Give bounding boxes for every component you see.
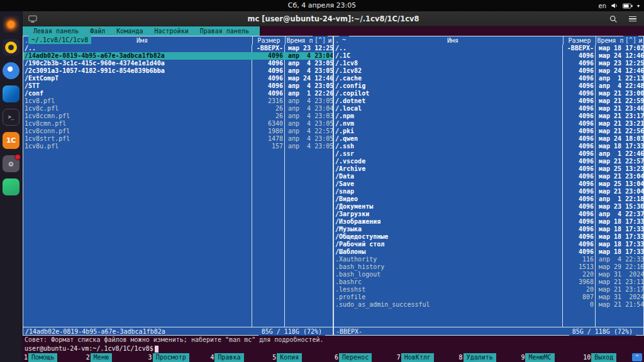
file-row[interactable]: /Изображения4096мар 18 17:33 [334, 218, 643, 226]
fkey-8[interactable]: 8Удалить [458, 353, 520, 362]
clock[interactable]: Сб, 4 апреля 23:05 [0, 0, 644, 11]
fkey-7[interactable]: 7НовКтлг [396, 353, 458, 362]
file-row[interactable]: /.1cv824096мар 24 12:46 [334, 67, 643, 75]
file-row[interactable]: .bash_history1513мар 29 22:16 [334, 263, 643, 271]
right-column-header-name[interactable]: Имя [343, 36, 563, 45]
dock-icon-1c-enterprise[interactable]: 1С [3, 132, 19, 149]
fkey-5[interactable]: 5Копия [271, 353, 333, 362]
file-size: 4096 [252, 67, 285, 75]
fkey-9[interactable]: 9МенюМС [519, 353, 582, 362]
left-panel-history-icon[interactable]: [^] [313, 36, 328, 44]
file-row[interactable]: 1cv8ccmn.pfl26апр 4 23:03 [23, 112, 333, 120]
file-row[interactable]: /Видео4096апр 1 22:18 [334, 195, 643, 203]
file-row[interactable]: /.config4096апр 4 22:48 [334, 82, 643, 90]
menu-item[interactable]: Файл [84, 26, 111, 36]
file-row[interactable]: 1cv8conn.pfl1980апр 4 22:57 [23, 128, 333, 135]
file-size: 3968 [563, 278, 596, 286]
file-row[interactable]: /Save4096мар 25 13:04 [334, 180, 643, 188]
file-row[interactable]: /ExtCompT4096мар 24 12:46 [23, 75, 333, 82]
file-row[interactable]: /.cache4096апр 1 22:13 [334, 75, 643, 82]
dock-icon-terminal[interactable]: >_ [3, 109, 19, 126]
right-panel-disk-usage: 85G / 118G (72%) [569, 327, 636, 336]
fkey-3[interactable]: 3Просмотр [147, 353, 209, 362]
file-row[interactable]: /Музыка4096мар 18 17:33 [334, 226, 643, 233]
file-time: мар 21 23:17 [596, 286, 643, 293]
file-row[interactable]: 1cv8.pfl2316апр 4 23:05 [23, 97, 333, 105]
file-name: 1cv8conn.pfl [23, 128, 252, 135]
file-row[interactable]: /.qwen4096мар 24 18:03 [334, 135, 643, 143]
file-row[interactable]: /.ssr4096апр 1 22:46 [334, 150, 643, 158]
menu-button[interactable] [627, 13, 638, 25]
file-row[interactable]: /.1cv84096мар 23 12:25 [334, 60, 643, 67]
file-time: мар 23 12:25 [285, 45, 333, 52]
terminal-headerbar[interactable]: mc [user@ubuntu-24-vm]:~/.1cv8/1C/1cv8 [23, 11, 644, 26]
menu-item[interactable]: Настройки [149, 26, 194, 36]
dock-icon-web-browser[interactable] [3, 62, 19, 79]
file-row[interactable]: /.npm4096мар 21 23:17 [334, 112, 643, 120]
file-row[interactable]: 1cv8u.pfl157апр 4 23:05 [23, 143, 333, 150]
file-row[interactable]: /.ssh4096мар 18 17:33 [334, 143, 643, 150]
file-row[interactable]: /..-ВВЕРХ-мар 23 12:25 [23, 45, 333, 52]
file-name: /Data [334, 173, 563, 180]
file-row[interactable]: .Xauthority116апр 4 22:33 [334, 256, 643, 263]
fkey-4[interactable]: 4Правка [209, 353, 271, 362]
dock-icon-boxes[interactable] [3, 178, 19, 195]
scroll-to-bottom-button[interactable]: ^ [632, 353, 642, 361]
file-row[interactable]: /Archive4096мар 25 13:23 [334, 165, 643, 173]
file-row[interactable]: .bash_logout220мар 31 2024 [334, 271, 643, 278]
dock-icon-vscode[interactable] [3, 85, 19, 102]
file-row[interactable]: /.nvm4096мар 21 23:21 [334, 120, 643, 128]
file-row[interactable]: /Общедоступные4096мар 18 17:33 [334, 233, 643, 241]
fkey-number: 2 [85, 353, 91, 362]
dock-icon-settings[interactable]: ⚙ [3, 155, 19, 172]
file-row[interactable]: /STT4096апр 4 23:05 [23, 82, 333, 90]
file-row[interactable]: /.pki4096мар 21 22:56 [334, 128, 643, 135]
file-name: /ExtCompT [23, 75, 252, 82]
menu-item[interactable]: Команда [111, 26, 148, 36]
file-row[interactable]: 1cv8strt.pfl1478апр 4 23:05 [23, 135, 333, 143]
fkey-6[interactable]: 6Перенос [333, 353, 396, 362]
file-row[interactable]: /2c3091a3-1057-4182-991c-854e839b6bba409… [23, 67, 333, 75]
file-row[interactable]: /.copilot4096мар 21 23:00 [334, 90, 643, 97]
dock-icon-software-center[interactable] [3, 39, 19, 56]
fkey-1[interactable]: 1Помощь [23, 353, 85, 362]
file-row[interactable]: /Документы4096мар 23 15:30 [334, 203, 643, 211]
menu-item[interactable]: Левая панель [28, 26, 84, 36]
dock-icon-screen-recorder[interactable] [3, 16, 19, 33]
file-row[interactable]: /..-ВВЕРХ-мар 18 17:02 [334, 45, 643, 52]
file-size: 1513 [563, 263, 596, 271]
file-row[interactable]: .profile807мар 31 2024 [334, 293, 643, 301]
file-time: мар 23 12:25 [596, 60, 643, 67]
menu-item[interactable]: Правая панель [194, 26, 255, 36]
right-panel-path: ~ [339, 36, 349, 44]
file-row[interactable]: /.dotnet4096мар 21 22:59 [334, 97, 643, 105]
file-row[interactable]: /conf4096апр 1 22:26 [23, 90, 333, 97]
file-name: /.1cv82 [334, 67, 563, 75]
search-button[interactable] [608, 13, 619, 25]
file-row[interactable]: .lesshst20мар 21 23:17 [334, 286, 643, 293]
file-row[interactable]: /.local4096мар 21 23:46 [334, 105, 643, 112]
fkey-2[interactable]: 2Меню [85, 353, 147, 362]
file-row[interactable]: /.1C4096мар 24 12:46 [334, 52, 643, 60]
left-column-header-size[interactable]: Размер [252, 36, 285, 45]
file-row[interactable]: /.vscode4096мар 21 22:57 [334, 158, 643, 165]
file-name: /.1cv8 [334, 60, 563, 67]
file-row[interactable]: /Рабочий стол4096мар 18 17:33 [334, 241, 643, 248]
file-row[interactable]: /190c2b3b-3c1c-415c-960e-4374e1e1d40a409… [23, 60, 333, 67]
command-line[interactable]: user@ubuntu-24-vm:~/.1cv8/1C/1cv8$ [23, 344, 644, 353]
terminal-window: mc [user@ubuntu-24-vm]:~/.1cv8/1C/1cv8 Л… [23, 11, 644, 362]
file-row[interactable]: /snap4096мар 21 23:04 [334, 188, 643, 195]
file-row[interactable]: /Загрузки4096апр 4 22:37 [334, 211, 643, 218]
file-size: 4096 [563, 75, 596, 82]
file-row[interactable]: 1cv8cmn.pfl6340апр 4 23:05 [23, 120, 333, 128]
right-column-header-size[interactable]: Размер [563, 36, 596, 45]
file-row[interactable]: /14adb02e-0819-4b95-a67e-3adbca1fb82a409… [23, 52, 333, 60]
system-status-area[interactable]: en ▾ [598, 0, 640, 11]
file-row[interactable]: .sudo_as_admin_successful0мар 21 21:54 [334, 301, 643, 309]
right-panel-history-icon[interactable]: [^] [623, 36, 638, 44]
file-row[interactable]: 1cv8c.pfl26апр 4 23:04 [23, 105, 333, 112]
file-row[interactable]: .bashrc3968мар 21 23:11 [334, 278, 643, 286]
fkey-number: 4 [209, 353, 214, 362]
file-row[interactable]: /Шаблоны4096мар 18 17:33 [334, 248, 643, 256]
file-row[interactable]: /Data4096мар 21 23:04 [334, 173, 643, 180]
